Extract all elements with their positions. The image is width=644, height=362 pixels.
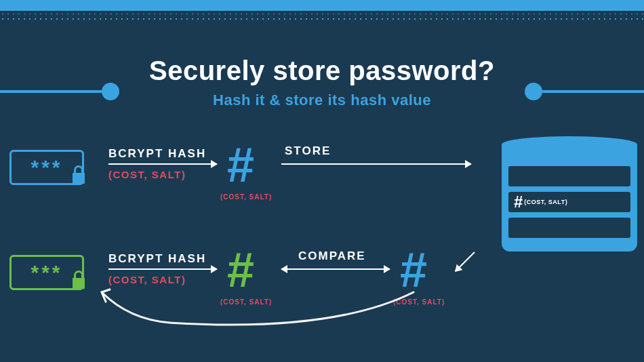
- password-input-original: ***: [9, 150, 84, 185]
- database-icon: # (COST, SALT): [502, 136, 637, 252]
- chalk-arrow-icon: [88, 285, 427, 340]
- header: Securely store password? Hash it & store…: [0, 56, 644, 109]
- diagram: *** BCRYPT HASH (COST, SALT) # (COST, SA…: [0, 136, 644, 353]
- top-accent-bar: [0, 0, 644, 11]
- page-title: Securely store password?: [0, 56, 644, 86]
- db-row-stored-hash: # (COST, SALT): [508, 192, 630, 212]
- dot-right-icon: [525, 83, 542, 100]
- arrow-compare: [281, 268, 390, 270]
- password-masked-text: ***: [31, 261, 62, 284]
- bcrypt-hash-label-2: BCRYPT HASH: [108, 252, 206, 266]
- page-subtitle: Hash it & store its hash value: [0, 92, 644, 109]
- hash-icon-result-1: #: [227, 140, 254, 189]
- bcrypt-params-2: (COST, SALT): [108, 274, 186, 285]
- lock-icon: [70, 165, 87, 190]
- db-row: [508, 166, 630, 186]
- lock-icon: [70, 270, 87, 295]
- password-input-login: ***: [9, 255, 84, 290]
- arrow-to-hash-2: [108, 268, 217, 270]
- arrow-to-hash-1: [108, 163, 217, 165]
- hash-icon-small: #: [514, 193, 523, 212]
- dot-left-icon: [102, 83, 119, 100]
- arrow-from-db: [455, 252, 475, 272]
- compare-label: COMPARE: [298, 249, 366, 263]
- arrow-store: [281, 163, 471, 165]
- bcrypt-params-1: (COST, SALT): [108, 169, 186, 180]
- bcrypt-hash-label-1: BCRYPT HASH: [108, 147, 206, 161]
- db-stored-params: (COST, SALT): [524, 199, 567, 205]
- dotted-divider: [0, 14, 644, 22]
- hash-params-1: (COST, SALT): [220, 193, 272, 201]
- password-masked-text: ***: [31, 156, 62, 179]
- divider-right: [542, 90, 644, 93]
- db-row: [508, 218, 630, 238]
- divider-left: [0, 90, 102, 93]
- store-label: STORE: [285, 144, 331, 158]
